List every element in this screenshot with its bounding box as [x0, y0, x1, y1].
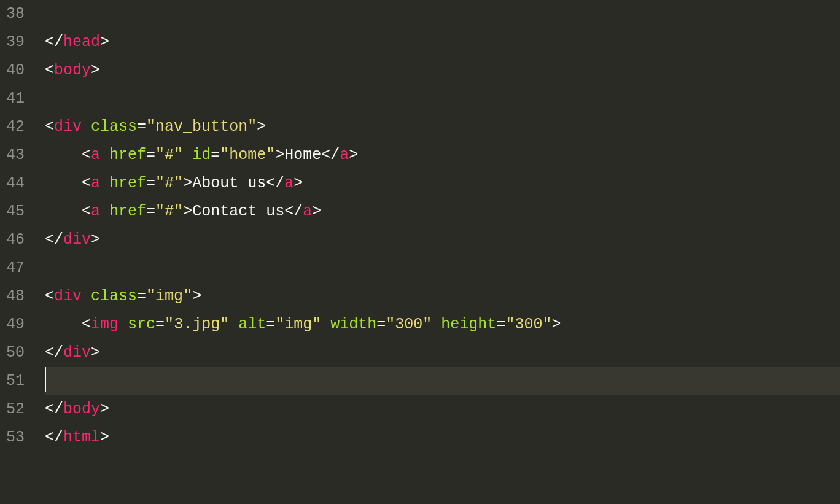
line-number: 44 — [6, 169, 25, 198]
line-number: 41 — [6, 85, 25, 113]
code-line-48[interactable]: <div class="img"> — [45, 282, 840, 311]
line-number: 51 — [6, 367, 25, 395]
line-number: 52 — [6, 395, 25, 424]
line-number: 47 — [6, 254, 25, 282]
line-number: 43 — [6, 141, 25, 169]
line-number: 50 — [6, 339, 25, 367]
code-line-41[interactable] — [45, 85, 840, 113]
code-editor[interactable]: 38 39 40 41 42 43 44 45 46 47 48 49 50 5… — [0, 0, 840, 504]
line-number: 42 — [6, 113, 25, 141]
text-cursor — [45, 367, 46, 392]
code-line-39[interactable]: </head> — [45, 28, 840, 56]
code-line-51[interactable] — [45, 367, 840, 395]
gutter: 38 39 40 41 42 43 44 45 46 47 48 49 50 5… — [0, 0, 37, 504]
code-line-46[interactable]: </div> — [45, 226, 840, 254]
line-number: 48 — [6, 282, 25, 311]
code-line-50[interactable]: </div> — [45, 339, 840, 367]
code-line-49[interactable]: <img src="3.jpg" alt="img" width="300" h… — [45, 311, 840, 339]
line-number: 40 — [6, 56, 25, 85]
line-number: 53 — [6, 424, 25, 452]
code-line-42[interactable]: <div class="nav_button"> — [45, 113, 840, 141]
code-line-52[interactable]: </body> — [45, 395, 840, 424]
code-line-47[interactable] — [45, 254, 840, 282]
code-area[interactable]: </head> <body> <div class="nav_button"> … — [37, 0, 840, 504]
code-line-44[interactable]: <a href="#">About us</a> — [45, 169, 840, 198]
code-line-53[interactable]: </html> — [45, 424, 840, 452]
code-line-38[interactable] — [45, 0, 840, 28]
line-number: 39 — [6, 28, 25, 56]
line-number: 46 — [6, 226, 25, 254]
code-line-45[interactable]: <a href="#">Contact us</a> — [45, 198, 840, 226]
line-number: 38 — [6, 0, 25, 28]
code-line-43[interactable]: <a href="#" id="home">Home</a> — [45, 141, 840, 169]
line-number: 49 — [6, 311, 25, 339]
code-line-40[interactable]: <body> — [45, 56, 840, 85]
line-number: 45 — [6, 198, 25, 226]
